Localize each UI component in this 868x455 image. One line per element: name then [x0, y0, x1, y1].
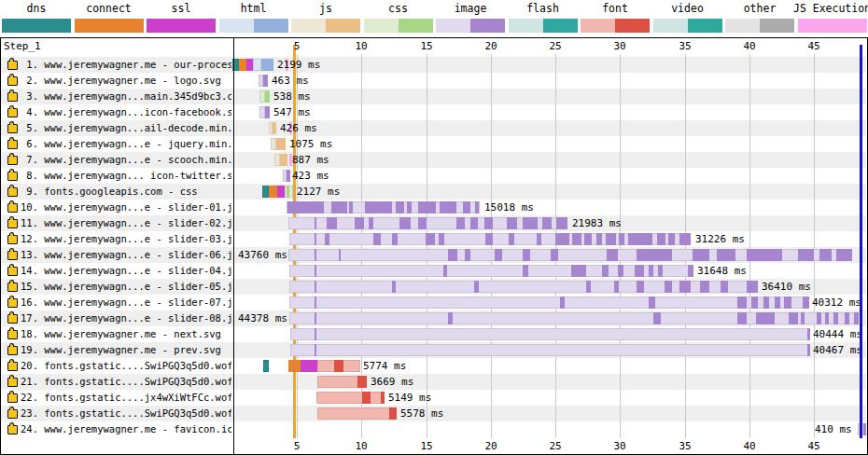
request-row[interactable]: 13. www.jeremywagn...e - slider-06.jpg43… — [0, 247, 868, 263]
request-bar-segment-img_d — [463, 201, 470, 214]
axis-tick-bottom-10: 10 — [355, 438, 367, 454]
request-bar-segment-img_d — [407, 201, 412, 214]
legend-swatch-flash — [509, 19, 578, 33]
request-bar-segment-img_d — [287, 170, 290, 182]
legend-swatch-color — [364, 19, 399, 33]
request-bar-segment-img_d — [819, 249, 832, 261]
request-time-label: 538 ms — [273, 89, 311, 104]
request-row[interactable]: 17. www.jeremywagn...e - slider-08.jpg44… — [0, 310, 868, 326]
axis-tick-top-30: 30 — [613, 38, 625, 54]
request-row[interactable]: 8. www.jeremywagn... icon-twitter.svg423… — [0, 168, 868, 184]
secure-lock-icon — [7, 76, 18, 86]
request-bar-segment-img_d — [418, 217, 427, 229]
request-bar-segment-img_d — [637, 249, 672, 261]
request-bar-segment-img_d — [495, 249, 502, 261]
request-bar-segment-img_d — [775, 296, 780, 309]
request-bar-segment-font_d — [389, 407, 397, 420]
request-bar-segment-html_d — [261, 59, 273, 71]
request-bar-segment-connect — [239, 59, 246, 71]
secure-lock-icon — [7, 378, 18, 387]
request-time-label: 426 ms — [280, 120, 317, 136]
request-row[interactable]: 2. www.jeremywagner.me - logo.svg463 ms — [0, 73, 868, 89]
request-bar-segment-img_d — [679, 281, 691, 293]
axis-tick-bottom-5: 5 — [294, 438, 301, 454]
request-bar-segment-img_d — [555, 233, 569, 245]
request-bar-segment-img_d — [717, 249, 735, 261]
request-time-label: 31226 ms — [695, 231, 745, 247]
request-bar-segment-img_d — [456, 217, 465, 229]
request-bar-segment-img_d — [537, 233, 541, 245]
request-row[interactable]: 14. www.jeremywagn...e - slider-04.jpg31… — [0, 263, 868, 279]
request-time-label: 31648 ms — [697, 263, 747, 279]
request-bar-segment-img_d — [679, 233, 687, 245]
request-bar-segment-img_d — [474, 281, 479, 293]
request-bar-segment-img_d — [747, 249, 782, 261]
request-row[interactable]: 11. www.jeremywagn...e - slider-02.jpg21… — [0, 215, 868, 231]
request-bar-segment-img_d — [803, 296, 809, 309]
legend-swatch-color — [75, 19, 144, 33]
request-row[interactable]: 7. www.jeremywagn...e - scooch.min.js887… — [0, 152, 868, 168]
legend-label-dns: dns — [27, 2, 47, 16]
request-row[interactable]: 5. www.jeremywagn...ail-decode.min.js426… — [0, 120, 868, 136]
request-row[interactable]: 1. www.jeremywagner.me - our-process2199… — [0, 57, 868, 73]
request-row[interactable]: 4. www.jeremywagn...icon-facebook.svg547… — [0, 104, 868, 120]
request-time-label: 43760 ms — [238, 247, 287, 263]
request-label: 23. fonts.gstatic....SwiPGQ3q5d0.woff2 — [21, 406, 231, 421]
request-row[interactable]: 18. www.jeremywagner.me - next.svg40444 … — [0, 326, 868, 342]
request-label: 12. www.jeremywagn...e - slider-03.jpg — [21, 231, 231, 247]
secure-lock-icon — [7, 219, 18, 228]
request-bar-segment-img_d — [798, 249, 814, 261]
request-row[interactable]: 15. www.jeremywagn...e - slider-05.jpg36… — [0, 279, 868, 295]
request-label: 20. fonts.gstatic....SwiPGQ3q5d0.woff2 — [21, 358, 231, 374]
legend-swatch-color — [798, 19, 867, 33]
axis-tick-top-35: 35 — [679, 38, 691, 54]
secure-lock-icon — [7, 283, 18, 292]
request-row[interactable]: 21. fonts.gstatic....SwiPGQ3q5d0.woff236… — [0, 374, 868, 390]
request-bar-segment-img_d — [817, 312, 821, 324]
request-time-label: 463 ms — [272, 73, 309, 89]
request-bar-segment-img_d — [571, 265, 586, 277]
request-row[interactable]: 16. www.jeremywagn...e - slider-07.jpg40… — [0, 295, 868, 310]
request-time-label: 36410 ms — [762, 279, 811, 295]
request-row[interactable]: 24. www.jeremywagner.me - favicon.ico410… — [0, 421, 868, 437]
request-bar-segment-img_d — [440, 201, 456, 214]
request-label: 6. www.jeremywagn...e - jquery.min.js — [21, 136, 231, 152]
request-row[interactable]: 10. www.jeremywagn...e - slider-01.jpg15… — [0, 200, 868, 215]
request-label: 24. www.jeremywagner.me - favicon.ico — [21, 421, 231, 437]
request-label: 22. fonts.gstatic....jx4wXiWtFCc.woff2 — [21, 390, 231, 406]
request-bar-segment-js_d — [276, 138, 286, 150]
legend-swatch-connect — [75, 19, 144, 33]
axis-tick-bottom-40: 40 — [743, 438, 755, 454]
request-time-label: 40312 ms — [812, 295, 861, 310]
request-bar-segment-img_d — [399, 217, 411, 229]
legend-swatch-ssl — [147, 19, 216, 33]
request-row[interactable]: 19. www.jeremywagner.me - prev.svg40467 … — [0, 342, 868, 358]
legend-label-image: image — [455, 2, 487, 16]
request-bar-segment-img_d — [369, 217, 373, 229]
secure-lock-icon — [7, 393, 18, 403]
legend-label-video: video — [671, 2, 704, 16]
request-bar-segment-img_d — [465, 249, 470, 261]
secure-lock-icon — [7, 235, 18, 244]
request-row[interactable]: 20. fonts.gstatic....SwiPGQ3q5d0.woff257… — [0, 358, 868, 374]
request-row[interactable]: 6. www.jeremywagn...e - jquery.min.js107… — [0, 136, 868, 152]
request-bar-segment-font_d — [357, 376, 367, 388]
request-bar-segment-img_d — [693, 249, 709, 261]
request-bar-segment-img_d — [649, 296, 655, 309]
secure-lock-icon — [7, 156, 18, 165]
legend-swatch-color — [399, 19, 433, 33]
request-bar-segment-img_d — [737, 312, 747, 324]
request-time-label: 3669 ms — [371, 374, 413, 390]
request-row[interactable]: 3. www.jeremywagn...main.345d9bc3.css538… — [0, 89, 868, 104]
legend-swatch-color — [147, 19, 216, 33]
request-bar-segment-img_d — [756, 312, 775, 324]
request-label: 9. fonts.googleapis.com - css — [21, 184, 231, 200]
request-row[interactable]: 12. www.jeremywagn...e - slider-03.jpg31… — [0, 231, 868, 247]
request-row[interactable]: 23. fonts.gstatic....SwiPGQ3q5d0.woff255… — [0, 406, 868, 421]
request-bar-segment-font_d — [381, 392, 385, 404]
request-bar-segment-font_l — [316, 392, 385, 404]
request-time-label: 5774 ms — [363, 358, 406, 374]
request-row[interactable]: 22. fonts.gstatic....jx4wXiWtFCc.woff251… — [0, 390, 868, 406]
request-row[interactable]: 9. fonts.googleapis.com - css2127 ms — [0, 184, 868, 200]
axis-tick-top-5: 5 — [294, 38, 301, 54]
